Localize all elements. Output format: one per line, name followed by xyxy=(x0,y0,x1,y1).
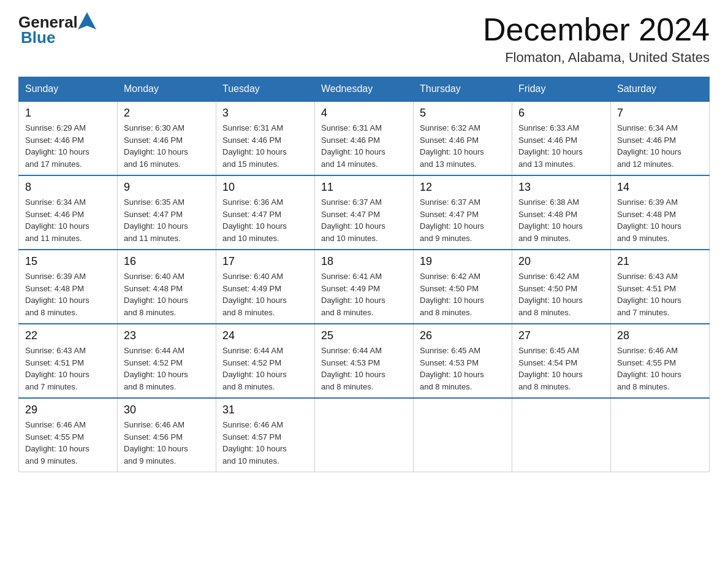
day-number: 15 xyxy=(25,255,111,268)
calendar-table: Sunday Monday Tuesday Wednesday Thursday… xyxy=(18,77,710,472)
svg-marker-0 xyxy=(78,12,96,29)
day-info: Sunrise: 6:32 AMSunset: 4:46 PMDaylight:… xyxy=(420,122,506,170)
day-info: Sunrise: 6:40 AMSunset: 4:49 PMDaylight:… xyxy=(222,270,308,318)
calendar-week-row: 8Sunrise: 6:34 AMSunset: 4:46 PMDaylight… xyxy=(19,175,710,250)
calendar-day-cell: 7Sunrise: 6:34 AMSunset: 4:46 PMDaylight… xyxy=(611,101,710,175)
header-thursday: Thursday xyxy=(414,77,512,102)
calendar-day-cell: 9Sunrise: 6:35 AMSunset: 4:47 PMDaylight… xyxy=(118,175,216,250)
day-number: 28 xyxy=(617,329,703,342)
day-number: 22 xyxy=(25,329,111,342)
calendar-week-row: 1Sunrise: 6:29 AMSunset: 4:46 PMDaylight… xyxy=(19,101,710,175)
day-info: Sunrise: 6:36 AMSunset: 4:47 PMDaylight:… xyxy=(222,196,308,244)
header-friday: Friday xyxy=(512,77,611,102)
calendar-day-cell: 3Sunrise: 6:31 AMSunset: 4:46 PMDaylight… xyxy=(216,101,315,175)
header-tuesday: Tuesday xyxy=(216,77,315,102)
calendar-day-cell: 13Sunrise: 6:38 AMSunset: 4:48 PMDayligh… xyxy=(512,175,611,250)
day-info: Sunrise: 6:31 AMSunset: 4:46 PMDaylight:… xyxy=(321,122,407,170)
calendar-body: 1Sunrise: 6:29 AMSunset: 4:46 PMDaylight… xyxy=(19,101,710,472)
location-title: Flomaton, Alabama, United States xyxy=(483,50,710,66)
day-info: Sunrise: 6:33 AMSunset: 4:46 PMDaylight:… xyxy=(518,122,604,170)
calendar-day-cell: 29Sunrise: 6:46 AMSunset: 4:55 PMDayligh… xyxy=(19,398,118,472)
day-info: Sunrise: 6:42 AMSunset: 4:50 PMDaylight:… xyxy=(420,270,506,318)
day-number: 10 xyxy=(222,181,308,194)
calendar-day-cell: 1Sunrise: 6:29 AMSunset: 4:46 PMDaylight… xyxy=(19,101,118,175)
calendar-day-cell: 2Sunrise: 6:30 AMSunset: 4:46 PMDaylight… xyxy=(118,101,216,175)
calendar-day-cell: 25Sunrise: 6:44 AMSunset: 4:53 PMDayligh… xyxy=(315,324,414,398)
day-info: Sunrise: 6:46 AMSunset: 4:55 PMDaylight:… xyxy=(25,419,111,467)
header-wednesday: Wednesday xyxy=(315,77,414,102)
calendar-day-cell xyxy=(512,398,611,472)
calendar-day-cell: 8Sunrise: 6:34 AMSunset: 4:46 PMDaylight… xyxy=(19,175,118,250)
calendar-day-cell: 4Sunrise: 6:31 AMSunset: 4:46 PMDaylight… xyxy=(315,101,414,175)
day-info: Sunrise: 6:30 AMSunset: 4:46 PMDaylight:… xyxy=(124,122,210,170)
calendar-day-cell: 21Sunrise: 6:43 AMSunset: 4:51 PMDayligh… xyxy=(611,250,710,324)
calendar-day-cell: 16Sunrise: 6:40 AMSunset: 4:48 PMDayligh… xyxy=(118,250,216,324)
calendar-day-cell: 11Sunrise: 6:37 AMSunset: 4:47 PMDayligh… xyxy=(315,175,414,250)
day-info: Sunrise: 6:46 AMSunset: 4:56 PMDaylight:… xyxy=(124,419,210,467)
day-info: Sunrise: 6:39 AMSunset: 4:48 PMDaylight:… xyxy=(25,270,111,318)
day-info: Sunrise: 6:34 AMSunset: 4:46 PMDaylight:… xyxy=(617,122,703,170)
header-monday: Monday xyxy=(118,77,216,102)
calendar-day-cell: 14Sunrise: 6:39 AMSunset: 4:48 PMDayligh… xyxy=(611,175,710,250)
day-number: 26 xyxy=(420,329,506,342)
day-number: 12 xyxy=(420,181,506,194)
day-number: 24 xyxy=(222,329,308,342)
day-info: Sunrise: 6:35 AMSunset: 4:47 PMDaylight:… xyxy=(124,196,210,244)
header-sunday: Sunday xyxy=(19,77,118,102)
day-number: 20 xyxy=(518,255,604,268)
calendar-day-cell: 10Sunrise: 6:36 AMSunset: 4:47 PMDayligh… xyxy=(216,175,315,250)
calendar-day-cell: 23Sunrise: 6:44 AMSunset: 4:52 PMDayligh… xyxy=(118,324,216,398)
calendar-week-row: 22Sunrise: 6:43 AMSunset: 4:51 PMDayligh… xyxy=(19,324,710,398)
day-number: 25 xyxy=(321,329,407,342)
calendar-day-cell: 22Sunrise: 6:43 AMSunset: 4:51 PMDayligh… xyxy=(19,324,118,398)
day-number: 8 xyxy=(25,181,111,194)
day-info: Sunrise: 6:29 AMSunset: 4:46 PMDaylight:… xyxy=(25,122,111,170)
calendar-week-row: 29Sunrise: 6:46 AMSunset: 4:55 PMDayligh… xyxy=(19,398,710,472)
day-number: 14 xyxy=(617,181,703,194)
day-number: 21 xyxy=(617,255,703,268)
logo-blue-text: Blue xyxy=(21,28,55,47)
calendar-day-cell xyxy=(414,398,512,472)
day-number: 30 xyxy=(124,404,210,416)
title-area: December 2024 Flomaton, Alabama, United … xyxy=(483,12,710,66)
calendar-day-cell: 6Sunrise: 6:33 AMSunset: 4:46 PMDaylight… xyxy=(512,101,611,175)
day-info: Sunrise: 6:31 AMSunset: 4:46 PMDaylight:… xyxy=(222,122,308,170)
calendar-day-cell: 27Sunrise: 6:45 AMSunset: 4:54 PMDayligh… xyxy=(512,324,611,398)
calendar-day-cell: 17Sunrise: 6:40 AMSunset: 4:49 PMDayligh… xyxy=(216,250,315,324)
day-number: 13 xyxy=(518,181,604,194)
calendar-day-cell: 24Sunrise: 6:44 AMSunset: 4:52 PMDayligh… xyxy=(216,324,315,398)
day-number: 19 xyxy=(420,255,506,268)
calendar-day-cell xyxy=(315,398,414,472)
calendar-day-cell xyxy=(611,398,710,472)
day-info: Sunrise: 6:39 AMSunset: 4:48 PMDaylight:… xyxy=(617,196,703,244)
logo: General Blue xyxy=(18,12,97,47)
day-number: 18 xyxy=(321,255,407,268)
calendar-day-cell: 12Sunrise: 6:37 AMSunset: 4:47 PMDayligh… xyxy=(414,175,512,250)
calendar-day-cell: 18Sunrise: 6:41 AMSunset: 4:49 PMDayligh… xyxy=(315,250,414,324)
day-number: 29 xyxy=(25,404,111,416)
day-info: Sunrise: 6:44 AMSunset: 4:52 PMDaylight:… xyxy=(222,345,308,393)
calendar-day-cell: 28Sunrise: 6:46 AMSunset: 4:55 PMDayligh… xyxy=(611,324,710,398)
day-info: Sunrise: 6:44 AMSunset: 4:52 PMDaylight:… xyxy=(124,345,210,393)
day-number: 1 xyxy=(25,107,111,120)
day-info: Sunrise: 6:46 AMSunset: 4:57 PMDaylight:… xyxy=(222,419,308,467)
header-saturday: Saturday xyxy=(611,77,710,102)
day-number: 11 xyxy=(321,181,407,194)
calendar-header: Sunday Monday Tuesday Wednesday Thursday… xyxy=(19,77,710,102)
calendar-day-cell: 26Sunrise: 6:45 AMSunset: 4:53 PMDayligh… xyxy=(414,324,512,398)
day-info: Sunrise: 6:37 AMSunset: 4:47 PMDaylight:… xyxy=(420,196,506,244)
day-info: Sunrise: 6:43 AMSunset: 4:51 PMDaylight:… xyxy=(617,270,703,318)
day-number: 17 xyxy=(222,255,308,268)
calendar-day-cell: 31Sunrise: 6:46 AMSunset: 4:57 PMDayligh… xyxy=(216,398,315,472)
day-number: 31 xyxy=(222,404,308,416)
day-info: Sunrise: 6:44 AMSunset: 4:53 PMDaylight:… xyxy=(321,345,407,393)
calendar-day-cell: 19Sunrise: 6:42 AMSunset: 4:50 PMDayligh… xyxy=(414,250,512,324)
day-number: 9 xyxy=(124,181,210,194)
calendar-week-row: 15Sunrise: 6:39 AMSunset: 4:48 PMDayligh… xyxy=(19,250,710,324)
day-info: Sunrise: 6:42 AMSunset: 4:50 PMDaylight:… xyxy=(518,270,604,318)
day-info: Sunrise: 6:46 AMSunset: 4:55 PMDaylight:… xyxy=(617,345,703,393)
day-number: 4 xyxy=(321,107,407,120)
calendar-day-cell: 20Sunrise: 6:42 AMSunset: 4:50 PMDayligh… xyxy=(512,250,611,324)
day-info: Sunrise: 6:41 AMSunset: 4:49 PMDaylight:… xyxy=(321,270,407,318)
calendar-day-cell: 30Sunrise: 6:46 AMSunset: 4:56 PMDayligh… xyxy=(118,398,216,472)
